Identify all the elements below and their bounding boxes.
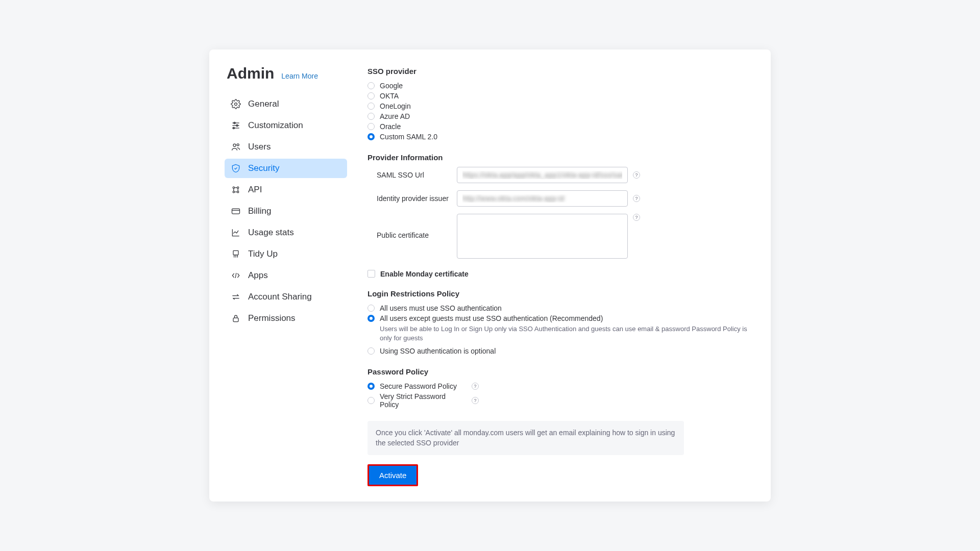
sidebar-item-billing[interactable]: Billing xyxy=(225,202,347,221)
sso-provider-group: Google OKTA OneLogin Azure AD Oracle Cus… xyxy=(368,81,755,142)
radio-label: Google xyxy=(380,82,403,90)
help-icon[interactable]: ? xyxy=(472,383,479,390)
radio-icon xyxy=(368,113,375,120)
radio-label: OneLogin xyxy=(380,102,411,110)
provider-info-title: Provider Information xyxy=(368,153,755,162)
sso-provider-title: SSO provider xyxy=(368,67,755,76)
sliders-icon xyxy=(231,120,241,131)
sidebar-item-label: Billing xyxy=(248,206,271,216)
idp-issuer-input[interactable] xyxy=(457,190,628,207)
idp-issuer-label: Identity provider issuer xyxy=(368,194,457,203)
radio-icon xyxy=(368,383,375,390)
login-policy-title: Login Restrictions Policy xyxy=(368,289,755,298)
svg-point-10 xyxy=(237,187,239,188)
sidebar: Admin Learn More General Customization xyxy=(225,65,347,487)
help-icon[interactable]: ? xyxy=(633,214,640,221)
radio-label: Custom SAML 2.0 xyxy=(380,133,437,141)
sidebar-item-label: Apps xyxy=(248,270,268,281)
svg-point-8 xyxy=(237,143,239,145)
public-cert-label: Public certificate xyxy=(368,214,457,239)
code-icon xyxy=(231,270,241,281)
sidebar-item-general[interactable]: General xyxy=(225,94,347,114)
radio-label: Secure Password Policy xyxy=(380,382,467,390)
radio-label: All users except guests must use SSO aut… xyxy=(380,314,603,322)
provider-info-form: SAML SSO Url ? Identity provider issuer … xyxy=(368,167,755,259)
password-policy-title: Password Policy xyxy=(368,367,755,376)
main-content: SSO provider Google OKTA OneLogin Azure … xyxy=(347,65,755,487)
radio-icon xyxy=(368,347,375,355)
sso-option-oracle[interactable]: Oracle xyxy=(368,121,755,132)
sidebar-item-label: Customization xyxy=(248,120,303,131)
login-policy-desc: Users will be able to Log In or Sign Up … xyxy=(380,324,755,343)
sso-option-onelogin[interactable]: OneLogin xyxy=(368,101,755,111)
svg-point-9 xyxy=(233,187,234,188)
checkbox-icon xyxy=(368,270,375,278)
svg-point-12 xyxy=(237,191,239,192)
sidebar-item-api[interactable]: API xyxy=(225,180,347,199)
radio-icon xyxy=(368,305,375,312)
sso-option-custom-saml[interactable]: Custom SAML 2.0 xyxy=(368,132,755,142)
saml-sso-url-label: SAML SSO Url xyxy=(368,171,457,179)
chart-icon xyxy=(231,228,241,238)
password-policy-group: Secure Password Policy ? Very Strict Pas… xyxy=(368,381,755,410)
svg-line-23 xyxy=(235,273,236,278)
page-title: Admin xyxy=(227,65,274,82)
activate-info-box: Once you click 'Activate' all monday.com… xyxy=(368,421,684,455)
gear-icon xyxy=(231,99,241,109)
login-policy-all-users[interactable]: All users must use SSO authentication xyxy=(368,303,755,313)
api-icon xyxy=(231,185,241,195)
sso-option-okta[interactable]: OKTA xyxy=(368,91,755,101)
radio-label: Very Strict Password Policy xyxy=(380,392,467,409)
password-policy-secure[interactable]: Secure Password Policy ? xyxy=(368,381,755,391)
swap-icon xyxy=(231,292,241,302)
saml-sso-url-input[interactable] xyxy=(457,167,628,183)
sidebar-item-usage-stats[interactable]: Usage stats xyxy=(225,223,347,242)
sidebar-item-label: Account Sharing xyxy=(248,292,312,302)
svg-rect-19 xyxy=(233,251,238,255)
svg-rect-24 xyxy=(233,318,238,322)
sidebar-item-permissions[interactable]: Permissions xyxy=(225,309,347,328)
radio-icon xyxy=(368,397,375,404)
help-icon[interactable]: ? xyxy=(472,397,479,404)
sidebar-item-label: API xyxy=(248,185,262,195)
login-policy-except-guests[interactable]: All users except guests must use SSO aut… xyxy=(368,313,755,323)
radio-icon xyxy=(368,92,375,99)
sso-option-azure-ad[interactable]: Azure AD xyxy=(368,111,755,121)
enable-monday-cert-row[interactable]: Enable Monday certificate xyxy=(368,270,755,278)
svg-point-0 xyxy=(235,103,237,105)
public-cert-input[interactable] xyxy=(457,214,628,259)
sso-option-google[interactable]: Google xyxy=(368,81,755,91)
svg-point-7 xyxy=(233,144,236,146)
sidebar-item-label: Permissions xyxy=(248,313,296,323)
broom-icon xyxy=(231,249,241,259)
learn-more-link[interactable]: Learn More xyxy=(281,72,318,80)
radio-icon xyxy=(368,315,375,322)
sidebar-item-customization[interactable]: Customization xyxy=(225,116,347,135)
sidebar-item-account-sharing[interactable]: Account Sharing xyxy=(225,287,347,307)
lock-icon xyxy=(231,313,241,323)
credit-card-icon xyxy=(231,206,241,216)
help-icon[interactable]: ? xyxy=(633,195,640,202)
shield-icon xyxy=(231,163,241,173)
radio-label: OKTA xyxy=(380,92,399,100)
radio-label: Using SSO authentication is optional xyxy=(380,347,496,355)
sidebar-item-apps[interactable]: Apps xyxy=(225,266,347,285)
login-policy-group: All users must use SSO authentication Al… xyxy=(368,303,755,356)
radio-label: Oracle xyxy=(380,122,401,131)
radio-label: All users must use SSO authentication xyxy=(380,304,502,312)
login-policy-optional[interactable]: Using SSO authentication is optional xyxy=(368,346,755,356)
activate-button[interactable]: Activate xyxy=(368,464,418,486)
radio-label: Azure AD xyxy=(380,112,410,120)
sidebar-item-security[interactable]: Security xyxy=(225,159,347,178)
help-icon[interactable]: ? xyxy=(633,171,640,179)
sidebar-item-users[interactable]: Users xyxy=(225,137,347,157)
svg-rect-17 xyxy=(232,209,240,214)
radio-icon xyxy=(368,133,375,140)
password-policy-very-strict[interactable]: Very Strict Password Policy ? xyxy=(368,391,755,410)
sidebar-item-label: General xyxy=(248,99,279,109)
sidebar-item-tidy-up[interactable]: Tidy Up xyxy=(225,244,347,264)
sidebar-item-label: Users xyxy=(248,142,271,152)
sidebar-item-label: Tidy Up xyxy=(248,249,278,259)
sidebar-header: Admin Learn More xyxy=(225,65,347,82)
admin-panel: Admin Learn More General Customization xyxy=(209,49,771,502)
